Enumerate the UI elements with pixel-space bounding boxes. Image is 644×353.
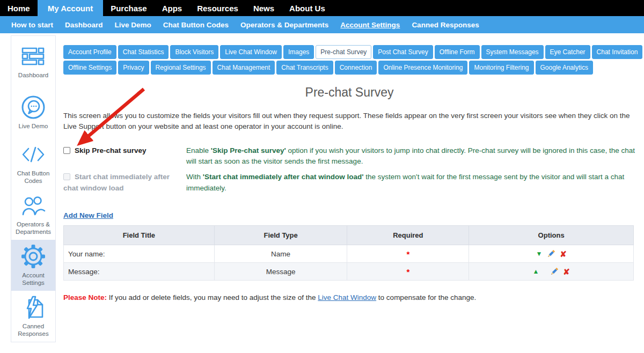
- canned-responses-icon: [21, 295, 46, 320]
- start-immediately-description: With 'Start chat immediately after chat …: [186, 172, 635, 194]
- sidebar-item-label: Live Demo: [19, 122, 48, 130]
- tab-post-chat-survey[interactable]: Post Chat Survey: [373, 45, 433, 59]
- subnav-account-settings[interactable]: Account Settings: [334, 21, 406, 29]
- tab-google-analytics[interactable]: Google Analytics: [536, 61, 593, 75]
- tab-regional-settings[interactable]: Regional Settings: [151, 61, 211, 75]
- tab-chat-statistics[interactable]: Chat Statistics: [118, 45, 169, 59]
- table-header-row: Field Title Field Type Required Options: [64, 226, 634, 245]
- tab-offline-form[interactable]: Offline Form: [435, 45, 480, 59]
- table-row: Message: Message * ▲: [64, 263, 634, 281]
- main-content: Account Profile Chat Statistics Block Vi…: [63, 45, 635, 309]
- skip-prechat-option: Skip Pre-chat survey: [63, 145, 186, 168]
- subnav-live-demo[interactable]: Live Demo: [109, 21, 157, 29]
- tab-chat-transcripts[interactable]: Chat Transcripts: [276, 61, 333, 75]
- tab-connection[interactable]: Connection: [335, 61, 377, 75]
- nav-my-account[interactable]: My Account: [38, 0, 103, 16]
- fields-table: Field Title Field Type Required Options …: [63, 225, 634, 281]
- dashboard-icon: [21, 44, 45, 69]
- subnav-chat-button-codes[interactable]: Chat Button Codes: [157, 21, 235, 29]
- please-note-label: Please Note:: [63, 293, 107, 301]
- settings-tabs-row-2: Offline Settings Privacy Regional Settin…: [63, 61, 635, 75]
- gear-icon: [21, 244, 46, 269]
- tab-monitoring-filtering[interactable]: Monitoring Filtering: [469, 61, 533, 75]
- sidebar-item-label: Canned Responses: [12, 322, 54, 338]
- nav-apps[interactable]: Apps: [155, 0, 190, 16]
- nav-home[interactable]: Home: [0, 0, 38, 16]
- edit-icon[interactable]: [547, 250, 555, 258]
- start-immediately-checkbox: [63, 173, 70, 180]
- sidebar-item-dashboard[interactable]: Dashboard: [11, 36, 55, 87]
- edit-icon[interactable]: [550, 268, 558, 276]
- header-field-type: Field Type: [214, 226, 347, 245]
- start-immediately-option: Start chat immediately after chat window…: [63, 172, 186, 194]
- intro-text: This screen allows you to customize the …: [63, 111, 635, 133]
- delete-icon[interactable]: ✘: [563, 268, 570, 276]
- tab-offline-settings[interactable]: Offline Settings: [63, 61, 116, 75]
- nav-about-us[interactable]: About Us: [282, 0, 333, 16]
- operators-icon: [21, 193, 46, 218]
- tab-images[interactable]: Images: [283, 45, 314, 59]
- sidebar-item-label: Operators & Departments: [12, 220, 54, 236]
- header-options: Options: [469, 226, 634, 245]
- delete-icon[interactable]: ✘: [560, 250, 567, 258]
- field-title-cell: Message:: [64, 263, 215, 281]
- required-cell: *: [347, 245, 469, 263]
- tab-eye-catcher[interactable]: Eye Catcher: [545, 45, 590, 59]
- field-type-cell: Message: [214, 263, 347, 281]
- page-title: Pre-chat Survey: [63, 85, 635, 100]
- header-required: Required: [347, 226, 469, 245]
- settings-tabs-row-1: Account Profile Chat Statistics Block Vi…: [63, 45, 635, 59]
- move-down-icon[interactable]: ▼: [536, 251, 542, 257]
- skip-prechat-description: Enable 'Skip Pre-chat survey' option if …: [186, 145, 635, 168]
- sidebar-item-label: Account Settings: [12, 271, 54, 287]
- table-row: Your name: Name * ▼: [64, 245, 634, 263]
- subnav-dashboard[interactable]: Dashboard: [59, 21, 109, 29]
- header-field-title: Field Title: [64, 226, 215, 245]
- nav-resources[interactable]: Resources: [189, 0, 246, 16]
- skip-prechat-label: Skip Pre-chat survey: [75, 146, 147, 155]
- sidebar-item-label: Dashboard: [18, 71, 48, 79]
- sidebar-item-chat-button-codes[interactable]: Chat Button Codes: [11, 138, 55, 189]
- skip-prechat-checkbox[interactable]: [63, 147, 70, 154]
- tab-chat-invitation[interactable]: Chat Invitation: [592, 45, 643, 59]
- tab-system-messages[interactable]: System Messages: [481, 45, 544, 59]
- live-chat-window-link[interactable]: Live Chat Window: [318, 293, 376, 301]
- tab-live-chat-window[interactable]: Live Chat Window: [220, 45, 282, 59]
- options-cell: ▲ ✘: [469, 263, 634, 281]
- sidebar: Dashboard Live Demo Chat Button Codes: [11, 35, 56, 342]
- sidebar-item-canned-responses[interactable]: Canned Responses: [11, 291, 55, 342]
- tab-privacy[interactable]: Privacy: [118, 61, 149, 75]
- field-title-cell: Your name:: [64, 245, 215, 263]
- move-up-icon[interactable]: ▲: [532, 268, 539, 275]
- please-note: Please Note: If you add or delete fields…: [63, 293, 635, 301]
- survey-options: Skip Pre-chat survey Enable 'Skip Pre-ch…: [63, 145, 635, 195]
- nav-news[interactable]: News: [246, 0, 282, 16]
- required-cell: *: [347, 263, 469, 281]
- subnav-canned-responses[interactable]: Canned Responses: [406, 21, 485, 29]
- add-new-field-link[interactable]: Add New Field: [63, 211, 113, 219]
- code-icon: [21, 142, 46, 167]
- subnav-how-to-start[interactable]: How to start: [5, 21, 59, 29]
- sidebar-item-live-demo[interactable]: Live Demo: [11, 87, 55, 138]
- tab-chat-management[interactable]: Chat Management: [213, 61, 275, 75]
- tab-block-visitors[interactable]: Block Visitors: [170, 45, 218, 59]
- nav-purchase[interactable]: Purchase: [103, 0, 155, 16]
- sidebar-item-label: Chat Button Codes: [12, 170, 54, 185]
- sidebar-item-operators-departments[interactable]: Operators & Departments: [11, 189, 55, 240]
- sidebar-item-account-settings[interactable]: Account Settings: [11, 240, 55, 291]
- field-type-cell: Name: [214, 245, 347, 263]
- sub-navbar: How to start Dashboard Live Demo Chat Bu…: [0, 16, 644, 33]
- tab-account-profile[interactable]: Account Profile: [63, 45, 116, 59]
- tab-pre-chat-survey[interactable]: Pre-chat Survey: [316, 45, 371, 59]
- top-navbar: Home My Account Purchase Apps Resources …: [0, 0, 644, 16]
- subnav-operators-departments[interactable]: Operators & Departments: [235, 21, 334, 29]
- tab-online-presence-monitoring[interactable]: Online Presence Monitoring: [378, 61, 467, 75]
- options-cell: ▼ ✘: [469, 245, 634, 263]
- live-demo-icon: [21, 95, 46, 120]
- start-immediately-label: Start chat immediately after chat window…: [63, 173, 170, 192]
